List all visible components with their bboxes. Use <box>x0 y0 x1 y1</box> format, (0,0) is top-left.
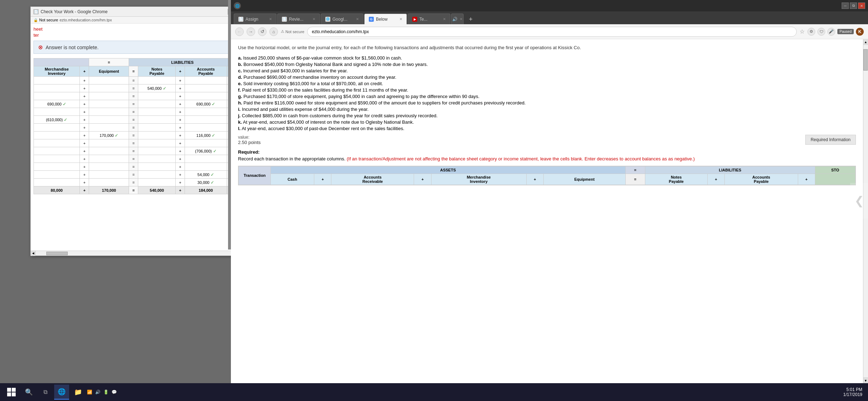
value-info: value: 2.50 points <box>238 135 261 145</box>
te-tab-close[interactable]: ✕ <box>443 17 446 21</box>
below-tab-close[interactable]: ✕ <box>399 17 402 21</box>
forward-button[interactable]: → <box>247 27 255 36</box>
problem-intro: Use the horizontal model, or write the j… <box>238 44 856 52</box>
extensions-icon[interactable]: ⚙ <box>807 28 815 36</box>
profile-avatar[interactable]: K <box>856 28 864 36</box>
refresh-button[interactable]: ↺ <box>258 27 267 36</box>
tab-audio[interactable]: 🔊 ✕ <box>451 14 464 24</box>
table-row: +=+(706,000) ✓+ <box>34 147 246 155</box>
col-merch-plus: + <box>80 66 89 77</box>
right-scroll-up[interactable]: ▲ <box>863 39 868 45</box>
start-button[interactable] <box>3 385 20 400</box>
audio-tab-close[interactable]: ✕ <box>460 17 463 21</box>
taskbar-search-icon[interactable]: 🔍 <box>21 385 36 400</box>
back-button[interactable]: ← <box>235 27 244 36</box>
right-restore-btn[interactable]: ⧉ <box>850 2 857 9</box>
assign-tab-close[interactable]: ✕ <box>269 17 272 21</box>
taskbar-time: 5:01 PM <box>843 387 862 392</box>
col-accounts-payable: AccountsPayable <box>185 66 227 77</box>
merch-inv-col-header: MerchandiseInventory <box>431 174 526 185</box>
shield-icon[interactable]: 🛡 <box>817 28 825 36</box>
cell[interactable] <box>34 92 80 100</box>
google-tab-close[interactable]: ✕ <box>356 17 359 21</box>
taskbar-browser-icon[interactable]: 🌐 <box>54 385 69 400</box>
tab-below[interactable]: G Below ✕ <box>364 14 407 24</box>
home-button[interactable]: ⌂ <box>269 27 278 36</box>
assets-header: ASSETS <box>271 166 626 174</box>
taskbar-task-view-icon[interactable]: ⧉ <box>38 385 53 400</box>
answer-banner: ⊗ Answer is not complete. <box>33 41 246 54</box>
table-footer-row: 80,000+170,000=540,000+184,000+ <box>34 186 246 194</box>
notes-pay-col-header: NotesPayable <box>645 174 708 185</box>
cell[interactable] <box>34 108 80 116</box>
error-icon: ⊗ <box>38 44 43 51</box>
plus5-col: + <box>798 174 815 185</box>
bookmark-star[interactable]: ☆ <box>800 28 805 35</box>
network-icon[interactable]: 📶 <box>87 390 92 395</box>
review-tab-close[interactable]: ✕ <box>312 17 315 21</box>
taskbar-explorer-icon[interactable]: 📁 <box>71 385 86 400</box>
value-label: value: <box>238 135 261 140</box>
accts-pay-col-header: AccountsPayable <box>725 174 798 185</box>
transaction-k: k. At year-end, accrued $54,000 of inter… <box>238 119 856 125</box>
right-close-btn[interactable]: ✕ <box>858 2 865 9</box>
right-win-controls: ─ ⧉ ✕ <box>842 2 865 9</box>
left-header-enter: ter <box>33 32 246 38</box>
right-scroll-thumb[interactable] <box>863 49 868 71</box>
left-window-title: Check Your Work - Google Chrome <box>41 9 108 14</box>
tab-te[interactable]: ▶ Te... ✕ <box>408 14 450 24</box>
right-window-icon: 🌐 <box>234 2 241 9</box>
cell[interactable] <box>34 77 80 84</box>
equals-sub-col: = <box>625 174 645 185</box>
battery-icon[interactable]: 🔋 <box>103 390 109 395</box>
right-scroll-down[interactable]: ▼ <box>863 377 868 383</box>
equals-col-header: = <box>625 166 645 174</box>
hscroll-left-arrow[interactable]: ◀ <box>31 251 36 256</box>
start-icon-cell-2 <box>12 388 16 392</box>
table-row: +=++ <box>34 92 246 100</box>
right-minimize-btn[interactable]: ─ <box>842 2 849 9</box>
col-notes-plus: + <box>176 66 185 77</box>
address-input[interactable] <box>307 27 797 37</box>
mic-icon[interactable]: 🎤 <box>827 28 835 36</box>
notification-icon[interactable]: 💬 <box>112 390 117 395</box>
cell[interactable] <box>34 139 80 147</box>
sto-col-header-right: STO <box>815 166 855 174</box>
transaction-col-header: Transaction <box>239 166 271 185</box>
cell[interactable] <box>34 163 80 171</box>
hscroll-thumb[interactable] <box>46 252 68 255</box>
cell[interactable] <box>34 124 80 132</box>
col-equipment: Equipment <box>89 66 129 77</box>
tab-review[interactable]: 📄 Revie... ✕ <box>277 14 320 24</box>
transaction-g: g. Purchased $170,000 of store equipment… <box>238 94 856 99</box>
google-tab-label: Googl... <box>332 17 347 22</box>
taskbar-time-area[interactable]: 5:01 PM 1/17/2019 <box>843 387 865 397</box>
tab-assign[interactable]: 📄 Assign ✕ <box>234 14 277 24</box>
below-tab-favicon: G <box>369 17 374 22</box>
assets-table: Transaction ASSETS = LIABILITIES STO Cas… <box>238 166 856 185</box>
assign-tab-label: Assign <box>246 17 258 22</box>
new-tab-button[interactable]: + <box>466 14 476 24</box>
back-arrow-overlay[interactable]: ❮ <box>850 183 868 219</box>
transaction-f: f. Paid rent of $330,000 on the sales fa… <box>238 87 856 93</box>
cell[interactable] <box>34 155 80 163</box>
paused-badge: Paused <box>837 29 854 34</box>
left-window-titlebar: 📄 Check Your Work - Google Chrome ─ □ ✕ <box>31 7 253 17</box>
required-info-button[interactable]: Required Information <box>805 135 856 145</box>
assign-tab-favicon: 📄 <box>238 17 243 22</box>
liabilities-table: = LIABILITIES + MerchandiseInventory + E… <box>33 58 246 194</box>
transaction-i: i. Incurred and paid utilities expense o… <box>238 107 856 112</box>
left-window: 📄 Check Your Work - Google Chrome ─ □ ✕ … <box>30 6 253 256</box>
cell[interactable] <box>34 84 80 92</box>
liabilities-header-right: LIABILITIES <box>645 166 815 174</box>
sto-sub-col <box>815 174 855 185</box>
volume-icon[interactable]: 🔊 <box>95 390 100 395</box>
start-icon-cell-3 <box>7 392 11 396</box>
transaction-d: d. Purchased $690,000 of merchandise inv… <box>238 74 856 80</box>
table-row: +=++ <box>34 155 246 163</box>
tab-google[interactable]: 🌐 Googl... ✕ <box>321 14 363 24</box>
assets-table-container: Transaction ASSETS = LIABILITIES STO Cas… <box>238 166 856 185</box>
equipment-col-header: Equipment <box>543 174 625 185</box>
not-secure-text: Not secure <box>285 30 304 34</box>
table-row: +=++ <box>34 77 246 84</box>
